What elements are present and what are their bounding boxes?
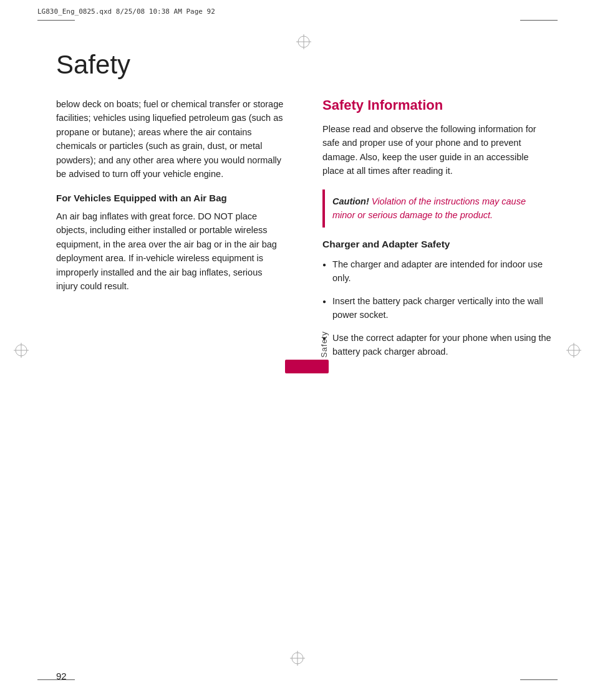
content-area: Safety below deck on boats; fuel or chem… bbox=[56, 50, 551, 650]
two-col-layout: below deck on boats; fuel or chemical tr… bbox=[56, 97, 551, 368]
page-title: Safety bbox=[56, 50, 551, 80]
safety-info-title: Safety Information bbox=[322, 97, 551, 113]
airbag-heading: For Vehicles Equipped with an Air Bag bbox=[56, 193, 285, 203]
reg-mark-bottom bbox=[290, 651, 305, 666]
border-bottom-right bbox=[520, 679, 558, 680]
right-column: Safety Information Please read and obser… bbox=[316, 97, 551, 368]
page: LG830_Eng_0825.qxd 8/25/08 10:38 AM Page… bbox=[0, 0, 595, 700]
side-tab-bar bbox=[285, 360, 329, 373]
reg-mark-top bbox=[296, 34, 311, 49]
intro-text-left: below deck on boats; fuel or chemical tr… bbox=[56, 97, 285, 181]
safety-intro-text: Please read and observe the following in… bbox=[322, 122, 551, 178]
bullet-item-3: Use the correct adapter for your phone w… bbox=[322, 331, 551, 359]
reg-mark-right bbox=[566, 343, 581, 358]
border-top-left bbox=[37, 20, 75, 21]
caution-label: Caution! bbox=[332, 196, 369, 206]
bullet-item-1: The charger and adapter are intended for… bbox=[322, 257, 551, 285]
bullet-text-2: Insert the battery pack charger vertical… bbox=[332, 294, 551, 322]
page-number: 92 bbox=[56, 671, 67, 681]
caution-box: Caution! Violation of the instructions m… bbox=[322, 189, 551, 228]
header-text: LG830_Eng_0825.qxd 8/25/08 10:38 AM Page… bbox=[37, 7, 215, 16]
bullet-item-2: Insert the battery pack charger vertical… bbox=[322, 294, 551, 322]
header-bar: LG830_Eng_0825.qxd 8/25/08 10:38 AM Page… bbox=[37, 7, 558, 16]
bullet-text-1: The charger and adapter are intended for… bbox=[332, 257, 551, 285]
reg-mark-left bbox=[14, 343, 29, 358]
airbag-text: An air bag inflates with great force. DO… bbox=[56, 209, 285, 294]
charger-heading: Charger and Adapter Safety bbox=[322, 239, 551, 250]
side-tab-label: Safety bbox=[319, 331, 329, 358]
bullet-list: The charger and adapter are intended for… bbox=[322, 257, 551, 359]
border-top-right bbox=[520, 20, 558, 21]
bullet-text-3: Use the correct adapter for your phone w… bbox=[332, 331, 551, 359]
left-column: below deck on boats; fuel or chemical tr… bbox=[56, 97, 291, 368]
